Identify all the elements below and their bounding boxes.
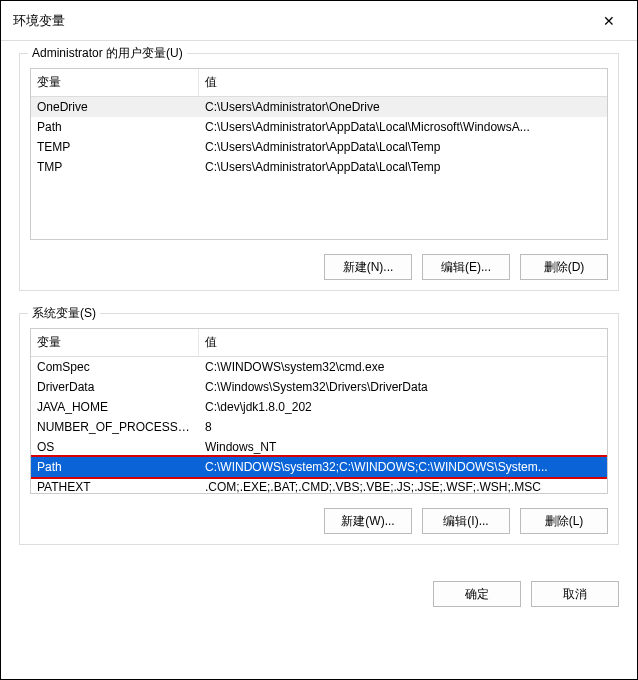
cell-value: C:\Users\Administrator\AppData\Local\Tem… xyxy=(199,137,607,157)
table-row[interactable]: DriverDataC:\Windows\System32\Drivers\Dr… xyxy=(31,377,607,397)
user-button-row: 新建(N)... 编辑(E)... 删除(D) xyxy=(30,254,608,280)
cell-name: ComSpec xyxy=(31,357,199,377)
table-row[interactable]: OSWindows_NT xyxy=(31,437,607,457)
cell-value: C:\Users\Administrator\OneDrive xyxy=(199,97,607,117)
dialog-title: 环境变量 xyxy=(13,12,593,30)
system-variables-table[interactable]: 变量 值 ComSpecC:\WINDOWS\system32\cmd.exeD… xyxy=(30,328,608,494)
table-row[interactable]: PathC:\Users\Administrator\AppData\Local… xyxy=(31,117,607,137)
table-row[interactable]: TEMPC:\Users\Administrator\AppData\Local… xyxy=(31,137,607,157)
cell-value: C:\dev\jdk1.8.0_202 xyxy=(199,397,607,417)
cell-name: OneDrive xyxy=(31,97,199,117)
cell-name: Path xyxy=(31,457,199,477)
system-variables-group: 系统变量(S) 变量 值 ComSpecC:\WINDOWS\system32\… xyxy=(19,313,619,545)
table-row[interactable]: PathC:\WINDOWS\system32;C:\WINDOWS;C:\WI… xyxy=(31,457,607,477)
cell-value: Windows_NT xyxy=(199,437,607,457)
table-row[interactable]: TMPC:\Users\Administrator\AppData\Local\… xyxy=(31,157,607,177)
table-row[interactable]: JAVA_HOMEC:\dev\jdk1.8.0_202 xyxy=(31,397,607,417)
system-new-button[interactable]: 新建(W)... xyxy=(324,508,412,534)
cell-value: C:\WINDOWS\system32;C:\WINDOWS;C:\WINDOW… xyxy=(199,457,607,477)
cell-value: .COM;.EXE;.BAT;.CMD;.VBS;.VBE;.JS;.JSE;.… xyxy=(199,477,607,494)
user-variables-group: Administrator 的用户变量(U) 变量 值 OneDriveC:\U… xyxy=(19,53,619,291)
user-table-body: OneDriveC:\Users\Administrator\OneDriveP… xyxy=(31,97,607,177)
table-header: 变量 值 xyxy=(31,329,607,357)
user-delete-button[interactable]: 删除(D) xyxy=(520,254,608,280)
table-row[interactable]: PATHEXT.COM;.EXE;.BAT;.CMD;.VBS;.VBE;.JS… xyxy=(31,477,607,494)
cell-name: NUMBER_OF_PROCESSORS xyxy=(31,417,199,437)
col-header-value[interactable]: 值 xyxy=(199,69,607,96)
system-button-row: 新建(W)... 编辑(I)... 删除(L) xyxy=(30,508,608,534)
cell-name: PATHEXT xyxy=(31,477,199,494)
system-delete-button[interactable]: 删除(L) xyxy=(520,508,608,534)
cell-value: 8 xyxy=(199,417,607,437)
ok-button[interactable]: 确定 xyxy=(433,581,521,607)
cell-name: JAVA_HOME xyxy=(31,397,199,417)
user-group-label: Administrator 的用户变量(U) xyxy=(28,45,187,62)
col-header-name[interactable]: 变量 xyxy=(31,329,199,356)
system-table-body: ComSpecC:\WINDOWS\system32\cmd.exeDriver… xyxy=(31,357,607,494)
cell-name: TMP xyxy=(31,157,199,177)
cell-value: C:\Windows\System32\Drivers\DriverData xyxy=(199,377,607,397)
system-group-label: 系统变量(S) xyxy=(28,305,100,322)
table-row[interactable]: ComSpecC:\WINDOWS\system32\cmd.exe xyxy=(31,357,607,377)
table-row[interactable]: OneDriveC:\Users\Administrator\OneDrive xyxy=(31,97,607,117)
cell-name: TEMP xyxy=(31,137,199,157)
col-header-value[interactable]: 值 xyxy=(199,329,607,356)
user-new-button[interactable]: 新建(N)... xyxy=(324,254,412,280)
user-variables-table[interactable]: 变量 值 OneDriveC:\Users\Administrator\OneD… xyxy=(30,68,608,240)
dialog-content: Administrator 的用户变量(U) 变量 值 OneDriveC:\U… xyxy=(1,41,637,577)
cell-value: C:\Users\Administrator\AppData\Local\Mic… xyxy=(199,117,607,137)
dialog-footer: 确定 取消 xyxy=(1,577,637,621)
cancel-button[interactable]: 取消 xyxy=(531,581,619,607)
user-edit-button[interactable]: 编辑(E)... xyxy=(422,254,510,280)
cell-name: DriverData xyxy=(31,377,199,397)
table-row[interactable]: NUMBER_OF_PROCESSORS8 xyxy=(31,417,607,437)
system-edit-button[interactable]: 编辑(I)... xyxy=(422,508,510,534)
col-header-name[interactable]: 变量 xyxy=(31,69,199,96)
close-icon[interactable]: ✕ xyxy=(593,5,625,37)
cell-name: Path xyxy=(31,117,199,137)
cell-name: OS xyxy=(31,437,199,457)
cell-value: C:\Users\Administrator\AppData\Local\Tem… xyxy=(199,157,607,177)
cell-value: C:\WINDOWS\system32\cmd.exe xyxy=(199,357,607,377)
titlebar: 环境变量 ✕ xyxy=(1,1,637,41)
table-header: 变量 值 xyxy=(31,69,607,97)
